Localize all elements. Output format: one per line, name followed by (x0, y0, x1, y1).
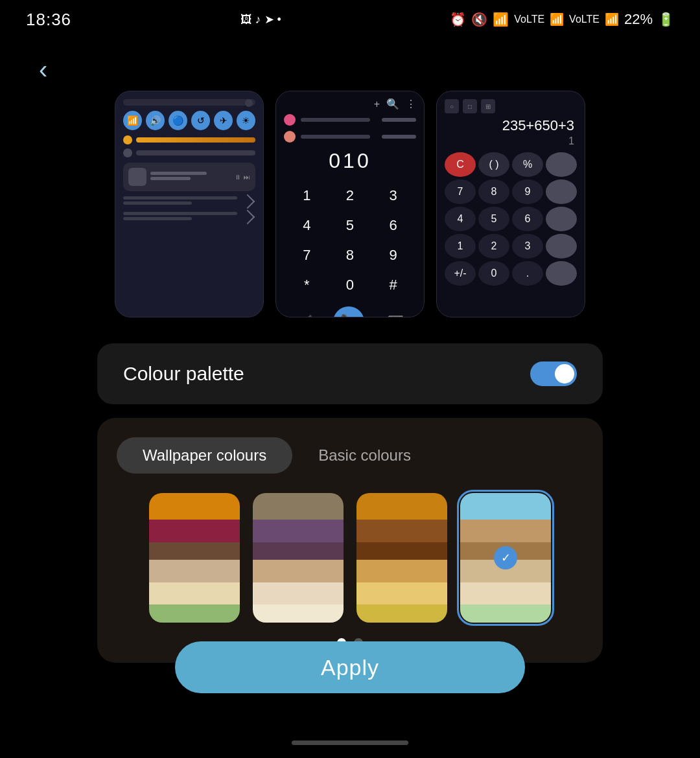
status-right: ⏰ 🔇 📶 VoLTE 📶 VoLTE 📶 22% 🔋 (450, 11, 674, 28)
swatch1-color5 (149, 582, 240, 604)
qs-volume-row (123, 148, 255, 157)
qs-media-controls: ⏸ ⏭ (235, 174, 250, 181)
calc-btn-6: 6 (512, 207, 543, 231)
calc-icon2: □ (463, 99, 477, 113)
swatch-2[interactable] (253, 493, 344, 623)
phone-dialer-card: + 🔍 ⋮ 010 1 2 3 (275, 91, 425, 317)
swatch2-color4 (253, 560, 344, 582)
swatch-check-icon: ✓ (494, 546, 517, 569)
mute-icon: 🔇 (471, 12, 487, 27)
colour-palette-toggle[interactable] (530, 362, 577, 386)
swatch-4[interactable]: ✓ (460, 493, 551, 623)
lte2-icon: VoLTE (569, 14, 600, 25)
qs-list-line1a (123, 196, 237, 200)
phone-key-2: 2 (330, 182, 371, 209)
calc-btn-c: C (445, 152, 476, 177)
apply-button[interactable]: Apply (175, 641, 525, 693)
phone-contacts (276, 114, 424, 143)
qs-sound-icon: 🔊 (146, 111, 165, 130)
phone-key-0: 0 (330, 271, 371, 299)
calc-expression: 235+650+3 (445, 117, 577, 134)
qs-brightness-row (123, 135, 255, 144)
palette-tabs: Wallpaper colours Basic colours (117, 437, 583, 474)
qs-list-line2b (123, 217, 192, 220)
calc-btn-0: 0 (478, 261, 509, 286)
status-icons: 🖼 ♪ ➤ • (240, 12, 281, 27)
swatch3-color3 (356, 542, 447, 560)
phone-key-hash: # (373, 271, 414, 299)
phone-key-4: 4 (286, 212, 327, 239)
palette-panel: Wallpaper colours Basic colours (97, 418, 603, 663)
back-button[interactable]: ‹ (39, 55, 47, 84)
contact-dot2 (284, 131, 296, 143)
contact-line1 (301, 118, 370, 122)
qs-media-thumb (128, 168, 146, 186)
calc-btn-mul (546, 179, 577, 204)
qs-dot (245, 99, 253, 107)
swatch2-color3 (253, 542, 344, 560)
calc-display-row: ○ □ ⊞ (445, 99, 577, 113)
calc-btn-3: 3 (512, 234, 543, 258)
swatch-1[interactable] (149, 493, 240, 623)
swatch2-color2 (253, 520, 344, 542)
swatch1-color6 (149, 604, 240, 623)
phone-contact1 (284, 114, 416, 126)
contact-right-line1 (382, 118, 416, 122)
qs-arrow2 (240, 210, 255, 225)
calc-btn-eq (546, 261, 577, 286)
phone-more-icon: ⋮ (406, 98, 416, 110)
phone-video-icon: 📹 (296, 314, 314, 317)
swatch1-color4 (149, 560, 240, 582)
phone-search-icon: 🔍 (386, 98, 399, 110)
status-bar: 18:36 🖼 ♪ ➤ • ⏰ 🔇 📶 VoLTE 📶 VoLTE 📶 22% … (0, 0, 700, 39)
qs-bt-icon: 🔵 (169, 111, 187, 130)
calc-icon1: ○ (445, 99, 459, 113)
swatch3-color4 (356, 560, 447, 582)
calc-btn-sub (546, 207, 577, 231)
qs-next-icon: ⏭ (244, 174, 250, 181)
notification-icons: 🖼 ♪ ➤ • (240, 12, 281, 27)
home-indicator (292, 741, 408, 745)
qs-brightness-dot (123, 135, 132, 144)
contact-line-wrap2 (301, 135, 416, 139)
calc-btn-7: 7 (445, 179, 476, 204)
phone-key-3: 3 (373, 182, 414, 209)
swatch1-color3 (149, 542, 240, 560)
swatch3-color6 (356, 604, 447, 623)
qs-media-info (150, 172, 231, 182)
qs-list-lines2 (123, 212, 237, 222)
qs-media-line1 (150, 172, 207, 175)
contact-line2 (301, 135, 370, 139)
battery-icon: 🔋 (658, 12, 674, 27)
swatch3-color5 (356, 582, 447, 604)
qs-volume-bar (136, 150, 255, 155)
contact-dot1 (284, 114, 296, 126)
calc-btn-dot: . (512, 261, 543, 286)
swatch4-color2 (460, 520, 551, 542)
contact-line-wrap1 (301, 118, 416, 122)
phone-contact2 (284, 131, 416, 143)
phone-key-5: 5 (330, 212, 371, 239)
calculator-card: ○ □ ⊞ 235+650+3 1 C ( ) % 7 8 9 4 5 6 1 … (436, 91, 585, 317)
calc-btn-add (546, 234, 577, 258)
calc-btn-div (546, 152, 577, 177)
swatch4-color1 (460, 493, 551, 520)
qs-prev-icon: ⏸ (235, 174, 241, 181)
swatch-3[interactable] (356, 493, 447, 623)
phone-number-display: 010 (276, 149, 424, 173)
swatch3-color2 (356, 520, 447, 542)
tab-basic-colours[interactable]: Basic colours (292, 437, 437, 474)
swatch2-color6 (253, 604, 344, 623)
toggle-knob (555, 364, 574, 384)
tab-wallpaper-colours[interactable]: Wallpaper colours (117, 437, 292, 474)
swatch2-color5 (253, 582, 344, 604)
qs-volume-dot (123, 148, 132, 157)
preview-section: 📶 🔊 🔵 ↺ ✈ ☀ ⏸ ⏭ (84, 91, 616, 317)
calc-btn-percent: % (512, 152, 543, 177)
phone-key-9: 9 (373, 242, 414, 269)
phone-key-star: * (286, 271, 327, 299)
phone-call-button[interactable]: 📞 (333, 306, 364, 317)
status-time: 18:36 (26, 10, 71, 30)
phone-keypad: 1 2 3 4 5 6 7 8 9 * 0 # (276, 182, 424, 299)
calc-btn-plusminus: +/- (445, 261, 476, 286)
